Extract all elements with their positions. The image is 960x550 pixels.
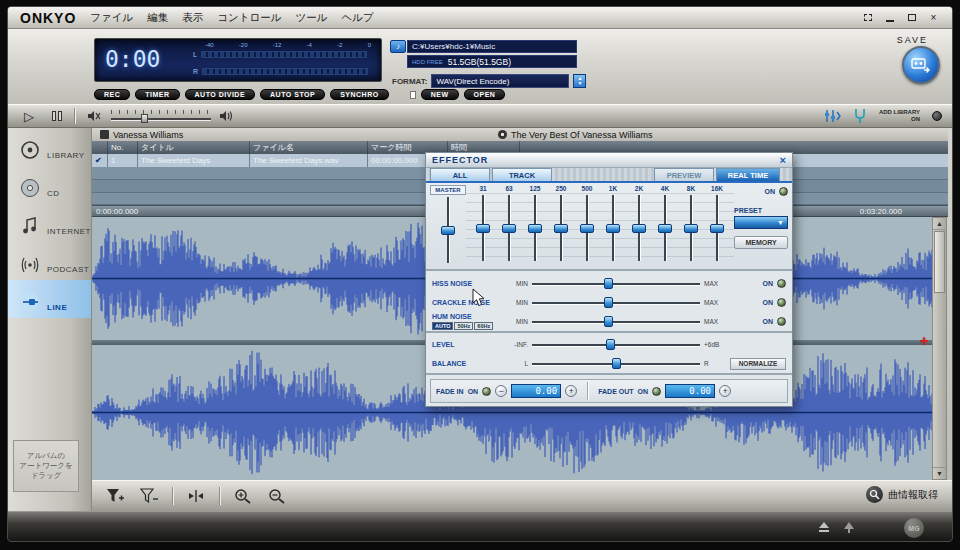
maximize-button[interactable] <box>905 12 918 23</box>
zoom-in-icon[interactable] <box>232 486 254 506</box>
eq-master-slider[interactable] <box>440 197 456 263</box>
scroll-up-arrow[interactable]: ▲ <box>933 218 946 230</box>
tuning-fork-icon[interactable] <box>853 108 867 124</box>
menu-tools[interactable]: ツール <box>296 11 328 25</box>
float-window-button[interactable] <box>861 12 874 23</box>
up-arrow-icon[interactable] <box>841 520 857 534</box>
header-title[interactable]: タイトル <box>138 141 250 154</box>
eq-band-handle[interactable] <box>606 224 620 233</box>
eq-band-handle[interactable] <box>476 224 490 233</box>
rec-button[interactable]: REC <box>94 89 130 100</box>
memory-button[interactable]: MEMORY <box>734 236 788 249</box>
hiss-noise-handle[interactable] <box>604 278 613 289</box>
eq-band-handle[interactable] <box>632 224 646 233</box>
hiss-on-toggle[interactable] <box>777 279 786 288</box>
eq-band-slider[interactable] <box>605 195 621 261</box>
level-handle[interactable] <box>606 339 615 350</box>
eq-band-handle[interactable] <box>710 224 724 233</box>
filter-add-icon[interactable] <box>104 486 126 506</box>
open-button[interactable]: OPEN <box>464 89 506 100</box>
new-button[interactable]: NEW <box>421 89 459 100</box>
crackle-noise-slider[interactable] <box>532 297 700 308</box>
fade-out-plus-button[interactable]: + <box>719 385 731 397</box>
scroll-handle[interactable] <box>934 231 945 293</box>
eq-band-handle[interactable] <box>554 224 568 233</box>
format-spinner[interactable]: ▲▼ <box>573 74 586 88</box>
tab-preview[interactable]: PREVIEW <box>654 168 714 181</box>
tab-real-time[interactable]: REAL TIME <box>716 168 780 181</box>
hum-50hz-button[interactable]: 50Hz <box>454 322 473 330</box>
effector-title-bar[interactable]: EFFECTOR × <box>426 153 792 168</box>
synchro-button[interactable]: SYNCHRO <box>330 89 389 100</box>
sidebar-item-cd[interactable]: CD <box>8 166 91 204</box>
eq-master-handle[interactable] <box>441 226 455 235</box>
hiss-noise-slider[interactable] <box>532 278 700 289</box>
eq-on-toggle[interactable] <box>779 187 788 196</box>
sidebar-item-podcast[interactable]: PODCAST <box>8 242 91 280</box>
fade-out-toggle[interactable] <box>652 387 661 396</box>
fade-in-plus-button[interactable]: + <box>565 385 577 397</box>
mute-speaker-icon[interactable] <box>87 110 101 122</box>
normalize-button[interactable]: NORMALIZE <box>730 358 786 370</box>
eq-band-slider[interactable] <box>657 195 673 261</box>
header-check[interactable] <box>92 141 108 154</box>
album-block[interactable]: The Very Best Of Vanessa Williams <box>498 130 652 140</box>
sidebar-item-library[interactable]: LIBRARY <box>8 128 91 166</box>
menu-control[interactable]: コントロール <box>217 11 281 25</box>
minimize-button[interactable] <box>883 12 896 23</box>
zoom-out-icon[interactable] <box>266 486 288 506</box>
hum-on-toggle[interactable] <box>777 317 786 326</box>
eq-band-handle[interactable] <box>684 224 698 233</box>
crackle-on-toggle[interactable] <box>777 298 786 307</box>
hum-noise-handle[interactable] <box>604 316 613 327</box>
sidebar-item-internet[interactable]: INTERNET <box>8 204 91 242</box>
hum-auto-button[interactable]: AUTO <box>432 322 453 330</box>
speaker-icon[interactable] <box>219 110 235 122</box>
eq-band-handle[interactable] <box>502 224 516 233</box>
menu-file[interactable]: ファイル <box>90 11 133 25</box>
format-select[interactable]: WAV(Direct Encode) <box>431 74 569 88</box>
crackle-noise-handle[interactable] <box>604 297 613 308</box>
artist-name[interactable]: Vanessa Williams <box>113 130 183 140</box>
hum-noise-slider[interactable] <box>532 316 700 327</box>
menu-view[interactable]: 表示 <box>182 11 203 25</box>
balance-handle[interactable] <box>612 358 621 369</box>
fade-in-minus-button[interactable]: − <box>495 385 507 397</box>
eq-band-slider[interactable] <box>631 195 647 261</box>
eq-band-handle[interactable] <box>658 224 672 233</box>
volume-handle[interactable] <box>141 114 148 123</box>
header-no[interactable]: No. <box>108 141 138 154</box>
eq-band-slider[interactable] <box>553 195 569 261</box>
vertical-scrollbar[interactable]: ▲ ▼ <box>932 217 947 480</box>
header-filename[interactable]: ファイル名 <box>250 141 368 154</box>
hum-60hz-button[interactable]: 60Hz <box>474 322 493 330</box>
tab-track[interactable]: TRACK <box>492 168 552 181</box>
eq-band-slider[interactable] <box>475 195 491 261</box>
eq-band-handle[interactable] <box>528 224 542 233</box>
auto-divide-button[interactable]: AUTO DIVIDE <box>185 89 256 100</box>
level-slider[interactable] <box>532 339 700 350</box>
save-button[interactable] <box>902 46 940 84</box>
mixer-icon[interactable] <box>823 109 841 123</box>
eq-band-slider[interactable] <box>709 195 725 261</box>
artwork-drop-zone[interactable]: アルバムの アートワークを ドラッグ <box>13 440 79 492</box>
auto-stop-button[interactable]: AUTO STOP <box>260 89 325 100</box>
split-tool-icon[interactable] <box>185 486 207 506</box>
balance-slider[interactable] <box>532 358 700 369</box>
menu-help[interactable]: ヘルプ <box>342 11 374 25</box>
menu-edit[interactable]: 編集 <box>147 11 168 25</box>
timer-button[interactable]: TIMER <box>135 89 179 100</box>
scroll-down-arrow[interactable]: ▼ <box>933 467 946 479</box>
eq-band-slider[interactable] <box>527 195 543 261</box>
eq-band-slider[interactable] <box>683 195 699 261</box>
sidebar-item-line[interactable]: LINE <box>8 280 91 318</box>
eject-icon[interactable] <box>816 520 832 534</box>
preset-dropdown[interactable]: ▼ <box>734 216 788 229</box>
pause-button[interactable] <box>52 111 62 121</box>
close-button[interactable]: × <box>927 12 940 23</box>
fade-in-toggle[interactable] <box>482 387 491 396</box>
eq-band-slider[interactable] <box>501 195 517 261</box>
play-button[interactable]: ▷ <box>24 110 34 123</box>
effector-close-icon[interactable]: × <box>780 155 786 166</box>
song-info-button[interactable]: 曲情報取得 <box>866 486 938 503</box>
